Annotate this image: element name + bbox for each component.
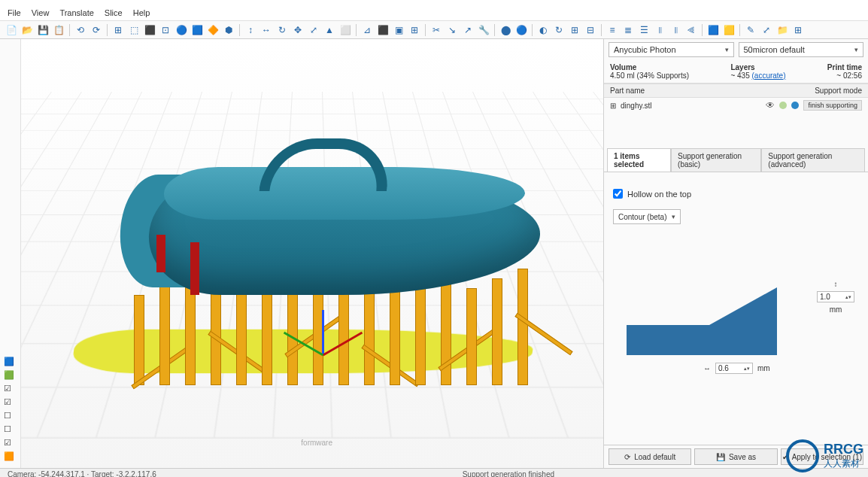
toolbar-button-41[interactable]: ⊟ bbox=[584, 23, 597, 37]
toolbar-button-21[interactable]: ⤢ bbox=[307, 23, 320, 37]
gizmo-z-axis[interactable] bbox=[322, 310, 324, 355]
status-bar: Camera: -54.244,317.1 · Target: -3,2.2,1… bbox=[0, 468, 868, 477]
toolbar-button-46[interactable]: ⫴ bbox=[653, 23, 666, 37]
left-strip-item-1[interactable]: 🟩 bbox=[4, 370, 17, 381]
left-strip-item-3[interactable]: ☑ bbox=[4, 397, 17, 408]
toolbar-button-1[interactable]: 📂 bbox=[20, 23, 34, 37]
toolbar-button-20[interactable]: ✥ bbox=[291, 23, 305, 37]
toolbar-button-55[interactable]: 📁 bbox=[775, 23, 789, 37]
parameters-panel: Hollow on the top Contour (beta) ↕ 1.0 m… bbox=[604, 172, 868, 445]
toolbar-button-13[interactable]: 🟦 bbox=[190, 23, 204, 37]
height-arrow-icon: ↕ bbox=[834, 280, 838, 288]
toolbar-button-54[interactable]: ⤢ bbox=[760, 23, 773, 37]
toolbar-button-50[interactable]: 🟦 bbox=[706, 23, 720, 37]
toolbar-button-43[interactable]: ≡ bbox=[605, 23, 619, 37]
menu-file[interactable]: File bbox=[8, 8, 21, 18]
profile-select[interactable]: 50micron default bbox=[739, 42, 864, 57]
toolbar-button-28[interactable]: ⊞ bbox=[408, 23, 421, 37]
toolbar-button-3[interactable]: 📋 bbox=[52, 23, 65, 37]
save-as-button[interactable]: 💾Save as bbox=[694, 448, 777, 465]
toolbar-button-30[interactable]: ✂ bbox=[429, 23, 443, 37]
toolbar-button-45[interactable]: ☰ bbox=[637, 23, 651, 37]
toolbar-button-22[interactable]: ▲ bbox=[323, 23, 336, 37]
left-strip-item-0[interactable]: 🟦 bbox=[4, 357, 17, 367]
toolbar-button-40[interactable]: ⊞ bbox=[568, 23, 581, 37]
hollow-on-top-checkbox[interactable]: Hollow on the top bbox=[613, 189, 859, 199]
unit-mm: mm bbox=[830, 305, 842, 314]
toolbar-button-39[interactable]: ↻ bbox=[552, 23, 566, 37]
toolbar-button-17[interactable]: ↕ bbox=[244, 23, 257, 37]
left-strip-item-4[interactable]: ☐ bbox=[4, 411, 17, 421]
support-mode-value[interactable]: finish supporting bbox=[803, 100, 862, 111]
svg-marker-0 bbox=[627, 287, 777, 355]
left-strip-item-6[interactable]: ☑ bbox=[4, 438, 17, 448]
toolbar-button-0[interactable]: 📄 bbox=[5, 23, 18, 37]
toolbar-button-10[interactable]: ⬛ bbox=[143, 23, 156, 37]
toolbar-button-14[interactable]: 🔶 bbox=[206, 23, 220, 37]
toolbar-button-36[interactable]: 🔵 bbox=[514, 23, 528, 37]
toolbar-button-53[interactable]: ✎ bbox=[744, 23, 757, 37]
toolbar-button-19[interactable]: ↻ bbox=[275, 23, 289, 37]
print-info: Volume 4.50 ml (34% Supports) Layers ~ 4… bbox=[604, 60, 868, 84]
visibility-toggle-icon[interactable]: 👁 bbox=[766, 100, 775, 111]
tip-diagram: ↕ 1.0 mm ↔ 0.6 mm bbox=[613, 242, 859, 385]
status-dot-blue bbox=[791, 102, 799, 109]
menu-bar: File View Translate Slice Help bbox=[0, 6, 868, 21]
toolbar-button-23[interactable]: ⬜ bbox=[338, 23, 352, 37]
load-default-button[interactable]: ⟳Load default bbox=[609, 448, 691, 465]
toolbar-button-12[interactable]: 🔵 bbox=[175, 23, 188, 37]
toolbar-button-33[interactable]: 🔧 bbox=[477, 23, 490, 37]
tab-support-advanced[interactable]: Support generation (advanced) bbox=[761, 148, 865, 172]
toolbar-button-18[interactable]: ↔ bbox=[259, 23, 273, 37]
print-time-value: ~ 02:56 bbox=[827, 71, 862, 80]
toolbar-button-31[interactable]: ↘ bbox=[445, 23, 459, 37]
toolbar-button-8[interactable]: ⊞ bbox=[111, 23, 125, 37]
toolbar-button-15[interactable]: ⬢ bbox=[222, 23, 235, 37]
menu-view[interactable]: View bbox=[32, 8, 50, 18]
toolbar-button-2[interactable]: 💾 bbox=[36, 23, 50, 37]
toolbar-button-44[interactable]: ≣ bbox=[621, 23, 635, 37]
tab-support-basic[interactable]: Support generation (basic) bbox=[671, 148, 761, 172]
model-scene bbox=[66, 129, 548, 423]
toolbar-button-9[interactable]: ⬚ bbox=[127, 23, 141, 37]
menu-help[interactable]: Help bbox=[133, 8, 150, 18]
toolbar-button-5[interactable]: ⟲ bbox=[74, 23, 87, 37]
toolbar-button-25[interactable]: ⊿ bbox=[360, 23, 374, 37]
part-row[interactable]: ⊞ dinghy.stl 👁 finish supporting bbox=[604, 98, 868, 113]
toolbar-button-38[interactable]: ◐ bbox=[536, 23, 550, 37]
printer-select[interactable]: Anycubic Photon bbox=[609, 42, 734, 57]
part-name-header: Part name bbox=[610, 87, 645, 95]
layers-label: Layers bbox=[730, 63, 785, 71]
viewport-3d[interactable]: formware bbox=[21, 39, 603, 468]
expand-icon[interactable]: ⊞ bbox=[610, 102, 616, 110]
menu-slice[interactable]: Slice bbox=[105, 8, 123, 18]
hollow-checkbox-input[interactable] bbox=[613, 189, 623, 199]
title-bar bbox=[0, 0, 868, 6]
height-input[interactable]: 1.0 bbox=[817, 291, 854, 302]
left-strip-item-5[interactable]: ☐ bbox=[4, 424, 17, 435]
toolbar-button-35[interactable]: ⬤ bbox=[499, 23, 512, 37]
toolbar-button-47[interactable]: ⫴ bbox=[669, 23, 682, 37]
main-toolbar: 📄📂💾📋⟲⟳⊞⬚⬛⊡🔵🟦🔶⬢↕↔↻✥⤢▲⬜⊿⬛▣⊞✂↘↗🔧⬤🔵◐↻⊞⊟≡≣☰⫴⫴… bbox=[0, 21, 868, 39]
viewport-watermark: formware bbox=[301, 439, 332, 447]
toolbar-button-11[interactable]: ⊡ bbox=[159, 23, 172, 37]
contour-select[interactable]: Contour (beta) bbox=[613, 209, 681, 224]
toolbar-button-48[interactable]: ⫷ bbox=[684, 23, 698, 37]
red-accent bbox=[156, 235, 165, 272]
toolbar-button-26[interactable]: ⬛ bbox=[376, 23, 390, 37]
left-strip-item-2[interactable]: ☑ bbox=[4, 384, 17, 394]
toolbar-button-51[interactable]: 🟨 bbox=[722, 23, 736, 37]
camera-coords: Camera: -54.244,317.1 · Target: -3,2.2,1… bbox=[8, 470, 156, 477]
tip-shape bbox=[627, 287, 785, 355]
tab-selection[interactable]: 1 items selected bbox=[607, 148, 671, 172]
toolbar-button-6[interactable]: ⟳ bbox=[90, 23, 103, 37]
toolbar-button-56[interactable]: ⊞ bbox=[791, 23, 805, 37]
support-pillar bbox=[517, 269, 528, 385]
menu-translate[interactable]: Translate bbox=[59, 8, 93, 18]
toolbar-button-32[interactable]: ↗ bbox=[461, 23, 475, 37]
toolbar-button-27[interactable]: ▣ bbox=[392, 23, 405, 37]
layers-accurate-link[interactable]: (accurate) bbox=[752, 71, 786, 80]
width-input[interactable]: 0.6 bbox=[715, 363, 753, 374]
left-strip-item-7[interactable]: 🟧 bbox=[4, 451, 17, 462]
support-pillar bbox=[236, 286, 247, 385]
